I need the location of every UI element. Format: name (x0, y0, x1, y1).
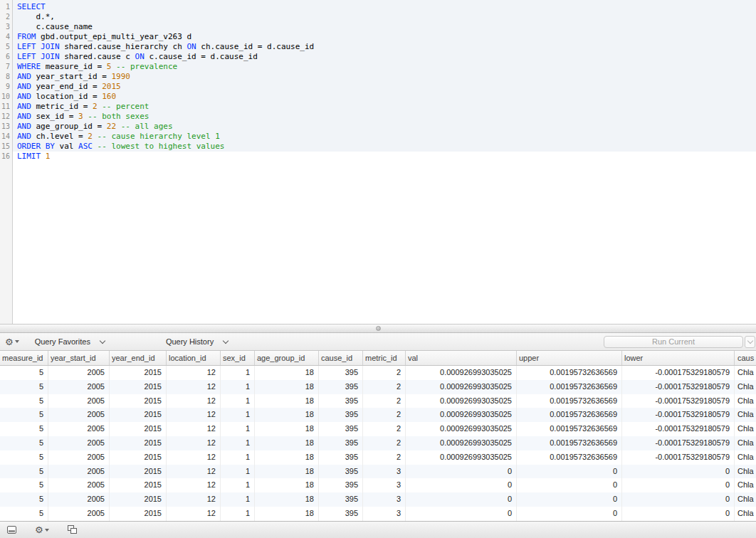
table-cell[interactable]: 1 (221, 436, 255, 450)
table-cell[interactable]: 18 (255, 408, 319, 422)
table-row[interactable]: 5200520151211839520.0009269930350250.001… (0, 380, 756, 394)
table-cell[interactable]: 5 (0, 408, 48, 422)
table-cell[interactable]: 395 (319, 380, 363, 394)
code-line[interactable]: AND ch.level = 2 -- cause hierarchy leve… (17, 132, 756, 142)
table-cell[interactable]: 0 (622, 492, 735, 507)
table-cell[interactable]: 1 (221, 478, 255, 492)
table-cell[interactable]: 395 (319, 507, 363, 521)
table-cell[interactable]: 2015 (110, 436, 167, 450)
code-line[interactable]: AND sex_id = 3 -- both sexes (17, 112, 756, 122)
table-cell[interactable]: 12 (167, 380, 221, 394)
table-cell[interactable]: 0.00195732636569 (517, 450, 622, 465)
table-cell[interactable]: Chla (735, 422, 756, 436)
table-cell[interactable]: 3 (363, 478, 406, 492)
table-cell[interactable]: -0.000175329180579 (622, 436, 735, 450)
table-cell[interactable]: 2015 (110, 478, 167, 492)
table-row[interactable]: 5200520151211839520.0009269930350250.001… (0, 408, 756, 422)
table-row[interactable]: 520052015121183953000Chla (0, 478, 756, 492)
table-cell[interactable]: 395 (319, 408, 363, 422)
table-cell[interactable]: 395 (319, 450, 363, 465)
table-cell[interactable]: 0.00195732636569 (517, 366, 622, 380)
table-cell[interactable]: 0 (517, 478, 622, 492)
open-in-window-button[interactable] (56, 525, 78, 534)
table-header-cell[interactable]: caus (735, 351, 756, 365)
table-cell[interactable]: 2005 (48, 465, 110, 479)
table-row[interactable]: 5200520151211839520.0009269930350250.001… (0, 422, 756, 436)
table-cell[interactable]: 2015 (110, 507, 167, 521)
table-header-cell[interactable]: year_end_id (110, 351, 167, 365)
table-cell[interactable]: 2015 (110, 450, 167, 465)
query-history-dropdown[interactable]: Query History (166, 337, 228, 346)
table-row[interactable]: 520052015121183953000Chla (0, 492, 756, 507)
table-cell[interactable]: 0.00195732636569 (517, 394, 622, 408)
table-cell[interactable]: 2 (363, 436, 406, 450)
table-row[interactable]: 5200520151211839520.0009269930350250.001… (0, 394, 756, 408)
code-line[interactable]: LEFT JOIN shared.cause c ON c.cause_id =… (17, 52, 756, 62)
table-cell[interactable]: 1 (221, 408, 255, 422)
table-header-cell[interactable]: measure_id (0, 351, 48, 365)
code-line[interactable]: ORDER BY val ASC -- lowest to highest va… (17, 142, 756, 152)
table-cell[interactable]: 5 (0, 436, 48, 450)
table-cell[interactable]: 12 (167, 394, 221, 408)
run-current-button[interactable]: Run Current (604, 336, 743, 348)
table-cell[interactable]: 5 (0, 380, 48, 394)
table-cell[interactable]: 12 (167, 507, 221, 521)
table-cell[interactable]: -0.000175329180579 (622, 366, 735, 380)
table-cell[interactable]: 12 (167, 436, 221, 450)
table-cell[interactable]: 1 (221, 380, 255, 394)
table-cell[interactable]: 395 (319, 422, 363, 436)
table-cell[interactable]: 5 (0, 366, 48, 380)
table-cell[interactable]: 2015 (110, 366, 167, 380)
code-line[interactable]: AND age_group_id = 22 -- all ages (17, 122, 756, 132)
table-cell[interactable]: 2 (363, 394, 406, 408)
table-cell[interactable]: 1 (221, 450, 255, 465)
query-favorites-dropdown[interactable]: Query Favorites (35, 337, 105, 346)
code-line[interactable]: AND metric_id = 2 -- percent (17, 102, 756, 112)
code-line[interactable]: d.*, (17, 12, 756, 22)
table-cell[interactable]: 5 (0, 507, 48, 521)
table-cell[interactable]: 2015 (110, 380, 167, 394)
code-line[interactable]: FROM gbd.output_epi_multi_year_v263 d (17, 32, 756, 42)
table-cell[interactable]: 2015 (110, 394, 167, 408)
table-cell[interactable]: 395 (319, 478, 363, 492)
table-cell[interactable]: 12 (167, 422, 221, 436)
table-cell[interactable]: 2 (363, 408, 406, 422)
table-cell[interactable]: -0.000175329180579 (622, 422, 735, 436)
table-cell[interactable]: Chla (735, 450, 756, 465)
table-cell[interactable]: 18 (255, 380, 319, 394)
table-row[interactable]: 5200520151211839520.0009269930350250.001… (0, 366, 756, 380)
table-cell[interactable]: 2005 (48, 394, 110, 408)
table-cell[interactable]: 0.00195732636569 (517, 436, 622, 450)
table-cell[interactable]: 395 (319, 366, 363, 380)
table-cell[interactable]: 18 (255, 492, 319, 507)
table-header-cell[interactable]: val (406, 351, 517, 365)
table-cell[interactable]: 0 (517, 507, 622, 521)
table-cell[interactable]: 2005 (48, 450, 110, 465)
table-cell[interactable]: 12 (167, 492, 221, 507)
table-cell[interactable]: 0 (406, 478, 517, 492)
table-cell[interactable]: 18 (255, 436, 319, 450)
table-cell[interactable]: Chla (735, 408, 756, 422)
table-header-cell[interactable]: year_start_id (48, 351, 110, 365)
table-cell[interactable]: 1 (221, 394, 255, 408)
table-row[interactable]: 520052015121183953000Chla (0, 507, 756, 521)
table-cell[interactable]: -0.000175329180579 (622, 450, 735, 465)
table-cell[interactable]: 5 (0, 492, 48, 507)
table-cell[interactable]: 1 (221, 422, 255, 436)
table-cell[interactable]: 3 (363, 507, 406, 521)
table-header-cell[interactable]: lower (622, 351, 735, 365)
table-cell[interactable]: -0.000175329180579 (622, 408, 735, 422)
table-cell[interactable]: 2 (363, 422, 406, 436)
table-cell[interactable]: 0 (517, 492, 622, 507)
table-header-cell[interactable]: sex_id (221, 351, 255, 365)
table-cell[interactable]: 395 (319, 492, 363, 507)
table-cell[interactable]: Chla (735, 465, 756, 479)
table-cell[interactable]: 0.000926993035025 (406, 408, 517, 422)
table-cell[interactable]: Chla (735, 507, 756, 521)
table-cell[interactable]: Chla (735, 436, 756, 450)
table-cell[interactable]: 0.000926993035025 (406, 394, 517, 408)
table-cell[interactable]: 5 (0, 394, 48, 408)
table-cell[interactable]: 5 (0, 422, 48, 436)
table-cell[interactable]: 0.00195732636569 (517, 422, 622, 436)
table-cell[interactable]: 18 (255, 478, 319, 492)
